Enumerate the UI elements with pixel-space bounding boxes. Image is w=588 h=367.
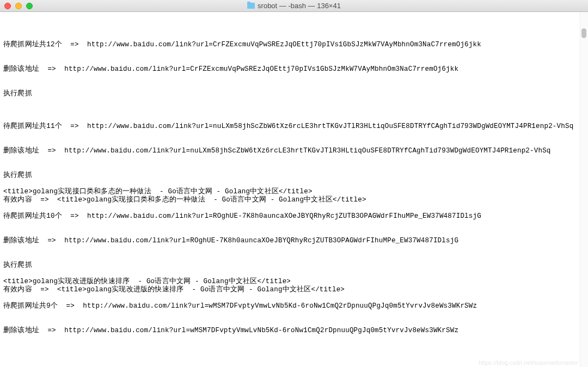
scrollbar-track[interactable] [580, 12, 588, 367]
close-button[interactable] [4, 3, 11, 9]
minimize-button[interactable] [15, 3, 22, 9]
window-title-text: srobot — -bash — 136×41 [258, 2, 341, 10]
folder-icon [247, 3, 255, 9]
terminal-output: 待爬抓网址共12个 => http://www.baidu.com/link?u… [0, 12, 588, 347]
terminal-body[interactable]: 待爬抓网址共12个 => http://www.baidu.com/link?u… [0, 12, 588, 367]
maximize-button[interactable] [26, 3, 33, 9]
watermark-text: https://blog.csdn.net/superwebmaster [479, 359, 578, 366]
window-title: srobot — -bash — 136×41 [247, 2, 341, 10]
window-titlebar: srobot — -bash — 136×41 [0, 0, 588, 12]
traffic-lights [0, 3, 33, 9]
scrollbar-thumb[interactable] [581, 28, 586, 38]
